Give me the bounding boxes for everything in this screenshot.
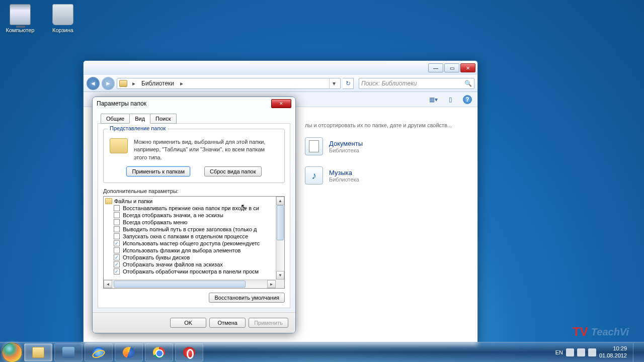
taskbar-clock[interactable]: 10:29 01.08.2012 <box>599 345 627 358</box>
tree-item[interactable]: Всегда отображать меню <box>105 219 283 226</box>
reset-folders-button[interactable]: Сброс вида папок <box>204 166 262 176</box>
help-button[interactable]: ? <box>462 95 472 104</box>
taskbar-chrome[interactable] <box>145 343 173 361</box>
tree-item[interactable]: Всегда отображать значки, а не эскизы <box>105 212 283 219</box>
apply-to-folders-button[interactable]: Применить к папкам <box>126 166 190 176</box>
library-title: Музыка <box>329 169 359 176</box>
chrome-icon <box>153 347 165 358</box>
tree-item[interactable]: ✓Отображать значки файлов на эскизах <box>105 261 283 268</box>
checkbox[interactable]: ✓ <box>114 261 120 267</box>
library-sub: Библиотека <box>329 176 359 183</box>
clock-date: 01.08.2012 <box>599 352 627 359</box>
vertical-scrollbar[interactable]: ▲ ▼ <box>276 197 284 280</box>
nav-forward-button[interactable]: ► <box>102 77 115 90</box>
scroll-right-button[interactable]: ► <box>267 280 276 288</box>
trash-label: Корзина <box>48 27 78 33</box>
watermark: TVTeachVi <box>573 325 629 339</box>
tree-item[interactable]: Восстанавливать прежние окна папок при в… <box>105 205 283 212</box>
preview-pane-button[interactable]: ▯ <box>445 95 455 104</box>
dialog-close-button[interactable]: ✕ <box>271 99 291 108</box>
scroll-down-button[interactable]: ▼ <box>276 271 284 280</box>
refresh-button[interactable]: ↻ <box>343 78 354 89</box>
folder-options-dialog: Параметры папок ✕ ОбщиеВидПоиск Представ… <box>92 97 296 333</box>
checkbox[interactable] <box>114 219 120 225</box>
tree-item[interactable]: Запускать окна с папками в отдельном про… <box>105 233 283 240</box>
taskbar-app[interactable] <box>54 343 83 361</box>
breadcrumb-dropdown[interactable]: ▾ <box>329 78 338 89</box>
group-text: Можно применить вид, выбранный для этой … <box>134 138 278 161</box>
taskbar-opera[interactable] <box>175 343 203 361</box>
tab-Общие[interactable]: Общие <box>101 114 130 124</box>
view-options-button[interactable]: ▦▾ <box>428 95 438 104</box>
checkbox[interactable]: ✓ <box>114 254 120 260</box>
library-item[interactable]: МузыкаБиблиотека <box>305 166 472 185</box>
checkbox[interactable] <box>114 226 120 232</box>
tree-item-label: Всегда отображать значки, а не эскизы <box>123 212 223 218</box>
search-input[interactable]: Поиск: Библиотеки 🔍 <box>359 78 474 89</box>
desktop-computer-icon[interactable]: Компьютер <box>5 4 35 33</box>
explorer-titlebar[interactable]: — ▭ ✕ <box>84 61 477 75</box>
opera-icon <box>183 347 195 358</box>
tree-item-label: Использовать флажки для выбора элементов <box>123 247 240 253</box>
tree-item[interactable]: ✓Отображать обработчики просмотра в пане… <box>105 268 283 275</box>
close-button[interactable]: ✕ <box>460 63 475 72</box>
checkbox[interactable]: ✓ <box>114 268 120 275</box>
tab-Поиск[interactable]: Поиск <box>150 114 176 124</box>
library-item[interactable]: ДокументыБиблиотека <box>305 137 472 155</box>
tree-item-label: Восстанавливать прежние окна папок при в… <box>123 205 259 211</box>
breadcrumb-libraries[interactable]: Библиотеки <box>138 80 177 87</box>
tree-item[interactable]: ✓Отображать буквы дисков <box>105 254 283 261</box>
tray-flag-icon[interactable] <box>566 348 574 356</box>
tab-Вид[interactable]: Вид <box>129 114 150 124</box>
scroll-thumb[interactable] <box>277 205 284 240</box>
tree-item-label: Всегда отображать меню <box>123 219 188 225</box>
tree-item[interactable]: ✓Использовать мастер общего доступа (рек… <box>105 240 283 247</box>
folder-view-group: Представление папок Можно применить вид,… <box>103 129 285 183</box>
checkbox[interactable] <box>114 233 120 239</box>
taskbar-explorer[interactable] <box>24 343 52 361</box>
checkbox[interactable] <box>114 212 120 218</box>
horizontal-scrollbar[interactable]: ◄ ► <box>104 280 276 288</box>
checkbox[interactable] <box>114 205 120 211</box>
lang-indicator[interactable]: EN <box>555 349 563 355</box>
search-placeholder: Поиск: Библиотеки <box>361 80 417 87</box>
library-sub: Библиотека <box>329 147 363 153</box>
show-desktop-button[interactable] <box>633 343 639 362</box>
computer-label: Компьютер <box>5 27 35 33</box>
breadcrumb[interactable]: ▸ Библиотеки ▸ ▾ <box>117 78 341 89</box>
tree-item-label: Использовать мастер общего доступа (реко… <box>123 240 260 246</box>
ok-button[interactable]: OK <box>170 318 206 328</box>
tray-network-icon[interactable] <box>577 348 585 356</box>
apply-button[interactable]: Применить <box>249 318 288 328</box>
scroll-left-button[interactable]: ◄ <box>104 280 112 288</box>
help-icon: ? <box>463 95 472 104</box>
library-icon <box>305 137 323 155</box>
taskbar: EN 10:29 01.08.2012 <box>0 342 644 362</box>
scroll-corner <box>276 280 284 288</box>
tree-root[interactable]: Файлы и папки <box>105 198 283 205</box>
checkbox[interactable] <box>114 247 120 253</box>
dialog-titlebar[interactable]: Параметры папок ✕ <box>93 97 295 110</box>
minimize-button[interactable]: — <box>428 63 443 72</box>
advanced-treeview[interactable]: Файлы и папкиВосстанавливать прежние окн… <box>103 196 285 289</box>
restore-defaults-button[interactable]: Восстановить умолчания <box>209 293 285 303</box>
tree-item-label: Отображать обработчики просмотра в панел… <box>123 268 259 275</box>
tree-item[interactable]: Выводить полный путь в строке заголовка … <box>105 226 283 233</box>
app-icon <box>62 347 74 358</box>
tree-item[interactable]: Использовать флажки для выбора элементов <box>105 247 283 254</box>
folder-icon <box>105 198 112 204</box>
desktop-trash-icon[interactable]: Корзина <box>48 4 78 33</box>
checkbox[interactable]: ✓ <box>114 240 120 246</box>
nav-back-button[interactable]: ◄ <box>87 77 100 90</box>
ie-icon <box>93 347 105 358</box>
library-title: Документы <box>329 140 363 147</box>
taskbar-firefox[interactable] <box>115 343 143 361</box>
hscroll-thumb[interactable] <box>114 281 246 288</box>
taskbar-ie[interactable] <box>85 343 113 361</box>
tray-sound-icon[interactable] <box>588 348 596 356</box>
cancel-button[interactable]: Отмена <box>209 318 246 328</box>
start-button[interactable] <box>2 342 22 363</box>
maximize-button[interactable]: ▭ <box>444 63 459 72</box>
scroll-up-button[interactable]: ▲ <box>276 197 284 205</box>
folder-icon <box>110 138 128 153</box>
